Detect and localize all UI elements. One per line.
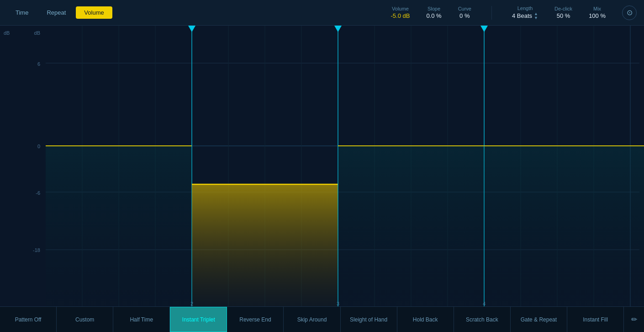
half-time-button[interactable]: Half Time (113, 307, 170, 332)
tab-volume[interactable]: Volume (76, 6, 112, 19)
custom-button[interactable]: Custom (57, 307, 113, 332)
reverse-end-button[interactable]: Reverse End (227, 307, 284, 332)
bottom-bar: Pattern Off Custom Half Time Instant Tri… (0, 306, 644, 332)
length-group: 4 Beats ▲ ▼ (512, 12, 538, 20)
svg-rect-33 (338, 146, 484, 306)
svg-marker-31 (334, 26, 342, 32)
curve-param: Curve 0 % (458, 6, 471, 19)
skip-around-button[interactable]: Skip Around (284, 307, 340, 332)
curve-label: Curve (458, 6, 471, 11)
volume-param: Volume -5.0 dB (391, 6, 410, 19)
svg-marker-27 (188, 26, 195, 32)
declick-label: De-click (554, 6, 572, 11)
length-param: Length 4 Beats ▲ ▼ (512, 5, 538, 20)
pencil-button[interactable]: ✏ (624, 307, 644, 332)
tab-time[interactable]: Time (7, 6, 37, 19)
slope-label: Slope (428, 6, 440, 11)
top-bar-params: Volume -5.0 dB Slope 0.0 % Curve 0 % Len… (391, 5, 637, 20)
slope-param: Slope 0.0 % (426, 6, 441, 19)
chart-area: dB dB 6 0 -6 -18 (0, 26, 644, 306)
divider (491, 6, 492, 20)
declick-value: 50 % (557, 12, 570, 19)
y-axis-db-label: dB (0, 30, 10, 36)
instant-fill-button[interactable]: Instant Fill (567, 307, 624, 332)
mix-value: 100 % (589, 12, 606, 19)
length-arrows[interactable]: ▲ ▼ (534, 12, 538, 20)
length-value: 4 Beats (512, 12, 532, 19)
slope-value: 0.0 % (426, 12, 441, 19)
svg-text:4: 4 (483, 301, 486, 306)
pattern-off-button[interactable]: Pattern Off (0, 307, 57, 332)
y-axis: dB (0, 26, 46, 306)
svg-text:3: 3 (337, 301, 339, 306)
volume-label: Volume (392, 6, 409, 11)
svg-rect-37 (484, 146, 630, 306)
mix-label: Mix (593, 6, 601, 11)
length-label: Length (517, 5, 533, 11)
svg-rect-39 (630, 146, 644, 306)
pencil-icon: ✏ (631, 315, 637, 324)
instant-triplet-button[interactable]: Instant Triplet (170, 307, 227, 332)
sleight-of-hand-button[interactable]: Sleight of Hand (341, 307, 397, 332)
hold-back-button[interactable]: Hold Back (397, 307, 454, 332)
gate-repeat-button[interactable]: Gate & Repeat (511, 307, 567, 332)
scratch-back-button[interactable]: Scratch Back (454, 307, 511, 332)
svg-text:2: 2 (190, 301, 193, 306)
volume-value: -5.0 dB (391, 12, 410, 19)
svg-rect-40 (46, 146, 192, 306)
mix-param: Mix 100 % (589, 6, 606, 19)
svg-marker-35 (480, 26, 488, 32)
tab-repeat[interactable]: Repeat (38, 6, 74, 19)
svg-rect-28 (192, 184, 338, 306)
declick-param: De-click 50 % (554, 6, 572, 19)
top-bar: Time Repeat Volume Volume -5.0 dB Slope … (0, 0, 644, 26)
chart-svg: dB 6 0 -6 -18 (0, 26, 644, 306)
more-options-button[interactable]: ⊙ (622, 5, 637, 20)
curve-value: 0 % (459, 12, 470, 19)
